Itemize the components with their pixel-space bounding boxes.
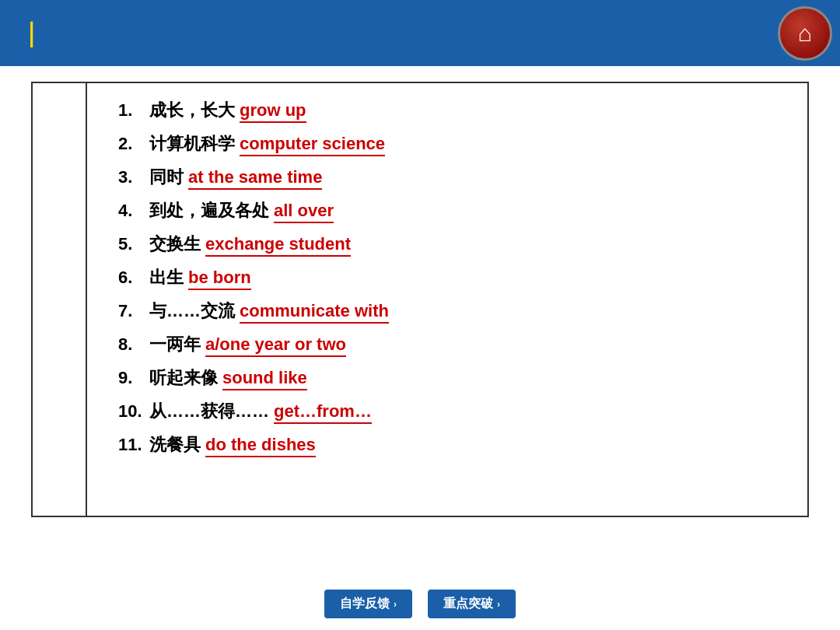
item-english: communicate with	[240, 301, 389, 324]
item-num: 3.	[118, 167, 149, 187]
list-item: 8.一两年 a/one year or two	[118, 333, 784, 357]
list-item: 7.与……交流 communicate with	[118, 299, 784, 324]
item-chinese: 成长，长大	[149, 99, 235, 122]
item-chinese: 洗餐具	[149, 433, 201, 457]
home-button[interactable]: ⌂	[778, 6, 832, 61]
item-english: do the dishes	[205, 435, 316, 457]
item-chinese: 一两年	[149, 333, 201, 356]
home-icon: ⌂	[798, 20, 812, 47]
list-item: 2.计算机科学 computer science	[118, 132, 784, 156]
button-label: 自学反馈	[340, 596, 390, 612]
arrow-icon: ›	[497, 599, 500, 610]
content-box: 1.成长，长大 grow up2.计算机科学 computer science3…	[31, 82, 809, 517]
item-english: grow up	[240, 100, 306, 123]
item-num: 11.	[118, 435, 149, 455]
item-num: 10.	[118, 401, 149, 422]
list-item: 4.到处，遍及各处 all over	[118, 199, 784, 223]
item-chinese: 听起来像	[149, 366, 218, 390]
item-english: a/one year or two	[205, 334, 346, 357]
list-item: 10.从……获得…… get…from…	[118, 400, 784, 424]
header: ｜ ⌂	[0, 0, 840, 66]
main-content: 1.成长，长大 grow up2.计算机科学 computer science3…	[0, 66, 840, 533]
self-study-button[interactable]: 自学反馈›	[324, 590, 412, 618]
item-num: 8.	[118, 334, 149, 355]
item-chinese: 与……交流	[149, 299, 235, 323]
item-chinese: 同时	[149, 166, 184, 189]
sidebar-label	[33, 83, 87, 516]
item-num: 6.	[118, 268, 149, 288]
item-english: be born	[188, 268, 251, 290]
item-english: sound like	[222, 368, 307, 390]
item-chinese: 交换生	[149, 233, 201, 256]
item-chinese: 从……获得……	[149, 400, 269, 423]
bottom-bar: 自学反馈›重点突破›	[0, 590, 840, 618]
items-list: 1.成长，长大 grow up2.计算机科学 computer science3…	[87, 83, 807, 516]
item-chinese: 计算机科学	[149, 132, 235, 156]
list-item: 9.听起来像 sound like	[118, 366, 784, 390]
item-english: at the same time	[188, 167, 322, 190]
item-chinese: 出生	[149, 266, 184, 289]
item-english: computer science	[240, 134, 385, 156]
item-english: all over	[274, 201, 334, 223]
list-item: 6.出生 be born	[118, 266, 784, 290]
item-num: 1.	[118, 100, 149, 121]
list-item: 11.洗餐具 do the dishes	[118, 433, 784, 457]
item-num: 7.	[118, 301, 149, 321]
item-english: exchange student	[205, 234, 351, 257]
item-num: 4.	[118, 201, 149, 221]
item-english: get…from…	[274, 401, 372, 424]
key-points-button[interactable]: 重点突破›	[428, 590, 516, 618]
list-item: 5.交换生exchange student	[118, 233, 784, 257]
header-title: ｜	[16, 16, 47, 51]
item-num: 5.	[118, 234, 149, 254]
button-label: 重点突破	[443, 596, 493, 612]
arrow-icon: ›	[394, 599, 397, 610]
list-item: 1.成长，长大 grow up	[118, 99, 784, 123]
item-num: 9.	[118, 368, 149, 388]
item-num: 2.	[118, 134, 149, 154]
item-chinese: 到处，遍及各处	[149, 199, 269, 222]
list-item: 3.同时 at the same time	[118, 166, 784, 190]
